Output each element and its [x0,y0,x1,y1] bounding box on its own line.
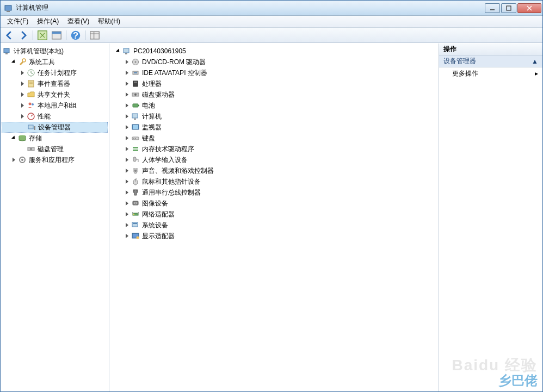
device-category[interactable]: 键盘 [110,133,437,144]
tree-storage[interactable]: 存储 [2,133,108,144]
device-category[interactable]: 鼠标和其他指针设备 [110,176,437,187]
tree-shared-folders[interactable]: 共享文件夹 [2,89,108,100]
device-category[interactable]: IDE ATA/ATAPI 控制器 [110,67,437,78]
submenu-arrow-icon: ▸ [535,70,538,77]
expand-icon[interactable] [124,135,130,141]
device-category[interactable]: 监视器 [110,122,437,133]
expand-icon[interactable] [124,80,130,87]
collapse-icon[interactable] [10,59,17,65]
expand-icon[interactable] [10,157,17,163]
device-category[interactable]: 磁盘驱动器 [110,89,437,100]
svg-point-30 [21,159,23,161]
device-icon [131,166,140,175]
collapse-icon[interactable] [10,135,17,141]
expand-icon[interactable] [124,59,130,65]
expand-icon[interactable] [19,113,26,120]
folder-share-icon [27,90,35,99]
expand-icon[interactable] [124,91,130,98]
expand-icon[interactable] [124,211,130,217]
close-button[interactable] [517,3,541,13]
back-button[interactable] [3,29,16,41]
expand-icon[interactable] [124,167,130,174]
expand-icon[interactable] [124,146,130,152]
menu-action[interactable]: 操作(A) [33,16,63,27]
svg-point-34 [135,61,137,63]
tree-local-users[interactable]: 本地用户和组 [2,100,108,111]
device-label: 通用串行总线控制器 [142,188,201,197]
tree-system-tools[interactable]: 系统工具 [2,57,108,67]
collapse-icon[interactable] [115,48,121,54]
expand-icon[interactable] [124,102,130,109]
expand-icon[interactable] [124,233,130,239]
device-category[interactable]: 计算机 [110,111,437,122]
device-icon [131,145,140,153]
tree-label: 任务计划程序 [38,69,77,78]
device-icon [131,221,140,229]
actions-section-title[interactable]: 设备管理器 ▲ [439,55,542,67]
view-button[interactable] [88,29,101,41]
expand-icon[interactable] [19,91,26,98]
services-icon [18,155,27,164]
tree-task-scheduler[interactable]: 任务计划程序 [2,67,108,78]
maximize-button[interactable] [501,3,516,13]
device-category[interactable]: 声音、视频和游戏控制器 [110,165,437,176]
svg-rect-1 [7,11,10,12]
forward-button[interactable] [17,29,30,41]
device-category[interactable]: 系统设备 [110,220,437,231]
tree-root[interactable]: 计算机管理(本地) [2,46,108,57]
expand-icon[interactable] [124,178,130,185]
svg-rect-32 [125,53,127,54]
menu-help[interactable]: 帮助(H) [94,16,125,27]
help-button[interactable]: ? [69,29,82,41]
event-icon [27,79,35,88]
minimize-button[interactable] [485,3,500,13]
tree-label: 存储 [29,134,42,143]
device-label: 处理器 [142,79,162,89]
users-icon [27,101,35,110]
svg-rect-0 [5,5,11,10]
device-category[interactable]: 通用串行总线控制器 [110,187,437,198]
tree-event-viewer[interactable]: 事件查看器 [2,78,108,89]
show-hide-button[interactable] [36,29,49,41]
device-manager-icon [27,123,36,132]
device-label: IDE ATA/ATAPI 控制器 [142,69,207,78]
properties-button[interactable] [50,29,63,41]
expand-icon[interactable] [124,200,130,207]
svg-point-57 [136,190,137,191]
tree-performance[interactable]: 性能 [2,111,108,122]
svg-rect-50 [133,147,138,148]
device-category[interactable]: 内存技术驱动程序 [110,144,437,154]
device-category[interactable]: 网络适配器 [110,209,437,220]
device-icon [131,79,140,88]
tree-device-manager[interactable]: 设备管理器 [2,122,108,133]
device-category[interactable]: 人体学输入设备 [110,154,437,165]
menu-view[interactable]: 查看(V) [63,16,94,27]
expand-icon[interactable] [19,80,26,87]
expand-icon[interactable] [124,222,130,228]
expand-icon[interactable] [124,124,130,130]
titlebar: 计算机管理 [1,1,542,16]
menubar: 文件(F) 操作(A) 查看(V) 帮助(H) [1,16,542,28]
tree-services-apps[interactable]: 服务和应用程序 [2,154,108,165]
app-icon [4,4,13,13]
computer-icon [122,47,131,55]
device-category[interactable]: 显示适配器 [110,231,437,241]
menu-file[interactable]: 文件(F) [3,16,33,27]
expand-icon[interactable] [124,189,130,196]
expand-icon[interactable] [124,157,130,163]
device-category[interactable]: 图像设备 [110,198,437,209]
device-category[interactable]: DVD/CD-ROM 驱动器 [110,57,437,67]
actions-more[interactable]: 更多操作 ▸ [439,67,542,79]
navigation-tree: 计算机管理(本地) 系统工具 任务计划程序 事件查看器 共享文件夹 [1,43,109,391]
device-root[interactable]: PC201403061905 [110,46,437,57]
expand-icon[interactable] [124,113,130,120]
expand-icon[interactable] [19,102,26,109]
device-category[interactable]: 处理器 [110,78,437,89]
tree-disk-management[interactable]: 磁盘管理 [2,144,108,154]
device-category[interactable]: 电池 [110,100,437,111]
svg-rect-24 [28,125,33,129]
expand-icon[interactable] [19,70,26,76]
device-icon [131,134,140,142]
svg-point-22 [32,103,34,105]
expand-icon[interactable] [124,70,130,76]
